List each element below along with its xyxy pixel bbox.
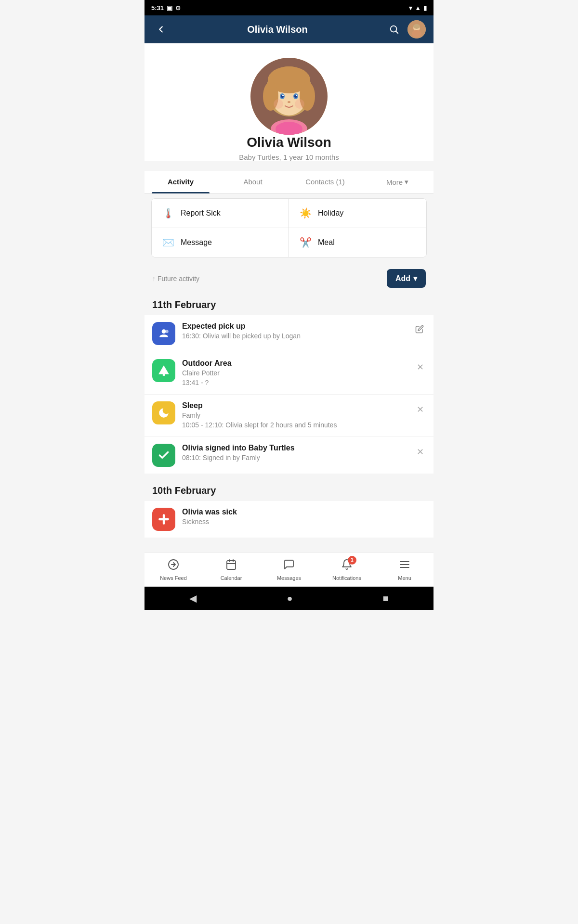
notifications-label: Notifications — [332, 575, 361, 581]
menu-label: Menu — [398, 575, 411, 581]
pickup-icon — [152, 322, 175, 345]
user-avatar[interactable] — [407, 20, 426, 38]
activity-list-11: Expected pick up 16:30: Olivia will be p… — [144, 315, 434, 474]
messages-label: Messages — [277, 575, 301, 581]
svg-point-20 — [274, 99, 283, 109]
activity-title: Outdoor Area — [182, 359, 408, 368]
calendar-label: Calendar — [221, 575, 242, 581]
android-navigation: ◀ ● ■ — [144, 587, 434, 610]
list-item: Olivia was sick Sickness — [144, 501, 434, 538]
outdoor-icon — [152, 359, 175, 382]
svg-point-17 — [282, 95, 284, 96]
sick-icon — [152, 508, 175, 531]
svg-point-6 — [413, 24, 420, 29]
data-icon: ⊙ — [175, 4, 181, 12]
list-item: Olivia signed into Baby Turtles 08:10: S… — [144, 437, 434, 474]
status-icons: ▾ ▲ ▮ — [409, 4, 427, 12]
holiday-button[interactable]: ☀️ Holiday — [289, 199, 426, 228]
meal-button[interactable]: ✂️ Meal — [289, 228, 426, 257]
tab-activity[interactable]: Activity — [144, 171, 217, 193]
list-item: Expected pick up 16:30: Olivia will be p… — [144, 315, 434, 352]
news-feed-label: News Feed — [160, 575, 187, 581]
sun-icon: ☀️ — [299, 207, 312, 219]
back-button[interactable] — [152, 21, 170, 38]
bottom-nav-news-feed[interactable]: News Feed — [144, 555, 202, 585]
list-item: Sleep Famly 10:05 - 12:10: Olivia slept … — [144, 395, 434, 437]
calendar-icon — [225, 559, 237, 573]
news-feed-icon — [168, 559, 179, 573]
future-activity-label: ↑ Future activity — [152, 275, 199, 282]
svg-rect-30 — [227, 561, 236, 569]
activity-list-10: Olivia was sick Sickness — [144, 501, 434, 538]
close-button[interactable]: ✕ — [415, 402, 426, 417]
android-back-button[interactable]: ◀ — [189, 592, 197, 604]
messages-icon — [283, 559, 295, 573]
android-recent-button[interactable]: ■ — [382, 593, 388, 604]
activity-subtitle: Sickness — [182, 517, 426, 527]
android-home-button[interactable]: ● — [287, 593, 292, 604]
activity-title: Sleep — [182, 401, 408, 410]
profile-tabs: Activity About Contacts (1) More ▾ — [144, 171, 434, 193]
close-button[interactable]: ✕ — [415, 445, 426, 459]
sleep-icon — [152, 401, 175, 424]
activity-subtitle: 16:30: Olivia will be picked up by Logan — [182, 332, 407, 341]
profile-subtitle: Baby Turtles, 1 year 10 months — [239, 153, 339, 161]
activity-title: Olivia was sick — [182, 508, 426, 516]
profile-section: Olivia Wilson Baby Turtles, 1 year 10 mo… — [144, 43, 434, 161]
svg-rect-26 — [163, 372, 165, 376]
svg-point-25 — [165, 330, 169, 333]
message-icon: ✉️ — [161, 237, 175, 248]
close-button[interactable]: ✕ — [415, 360, 426, 374]
signal-icon: ▲ — [415, 4, 421, 12]
svg-point-21 — [295, 99, 304, 109]
bottom-nav-messages[interactable]: Messages — [260, 555, 318, 585]
thermometer-icon: 🌡️ — [161, 207, 175, 219]
menu-icon — [399, 559, 410, 573]
chevron-down-icon: ▾ — [405, 178, 408, 186]
battery-icon: ▮ — [423, 4, 427, 12]
tab-more[interactable]: More ▾ — [361, 171, 434, 193]
svg-point-0 — [391, 26, 397, 32]
svg-point-19 — [288, 101, 290, 103]
chevron-down-icon: ▾ — [413, 274, 417, 283]
svg-line-1 — [396, 31, 398, 33]
add-button[interactable]: Add ▾ — [387, 269, 426, 288]
activity-section: ↑ Future activity Add ▾ 11th February Ex… — [144, 262, 434, 552]
activity-title: Expected pick up — [182, 322, 407, 331]
meal-icon: ✂️ — [299, 237, 312, 248]
top-navigation: Olivia Wilson — [144, 15, 434, 43]
activity-title: Olivia signed into Baby Turtles — [182, 444, 408, 452]
activity-header: ↑ Future activity Add ▾ — [144, 262, 434, 293]
bottom-navigation: News Feed Calendar Messages 1 — [144, 552, 434, 587]
edit-button[interactable] — [413, 323, 426, 338]
notifications-icon: 1 — [341, 559, 353, 573]
svg-point-24 — [162, 329, 166, 334]
activity-subtitle: Famly 10:05 - 12:10: Olivia slept for 2 … — [182, 411, 408, 430]
sim-icon: ▣ — [167, 4, 172, 12]
signin-icon — [152, 444, 175, 467]
page-title: Olivia Wilson — [170, 24, 385, 35]
status-bar: 5:31 ▣ ⊙ ▾ ▲ ▮ — [144, 0, 434, 15]
bottom-nav-menu[interactable]: Menu — [376, 555, 434, 585]
notification-badge: 1 — [348, 556, 356, 565]
activity-subtitle: 08:10: Signed in by Famly — [182, 453, 408, 463]
bottom-nav-notifications[interactable]: 1 Notifications — [318, 555, 376, 585]
wifi-icon: ▾ — [409, 4, 412, 12]
report-sick-button[interactable]: 🌡️ Report Sick — [152, 199, 289, 228]
search-button[interactable] — [385, 21, 403, 38]
svg-point-18 — [296, 95, 297, 96]
profile-avatar — [250, 58, 328, 135]
profile-name: Olivia Wilson — [247, 135, 331, 150]
message-button[interactable]: ✉️ Message — [152, 228, 289, 257]
list-item: Outdoor Area Claire Potter 13:41 - ? ✕ — [144, 352, 434, 395]
activity-subtitle: Claire Potter 13:41 - ? — [182, 369, 408, 387]
date-heading-10: 10th February — [144, 478, 434, 501]
action-grid: 🌡️ Report Sick ☀️ Holiday ✉️ Message ✂️ … — [151, 198, 427, 257]
tab-about[interactable]: About — [217, 171, 289, 193]
svg-point-4 — [412, 30, 421, 38]
status-time: 5:31 — [151, 4, 164, 12]
bottom-nav-calendar[interactable]: Calendar — [202, 555, 260, 585]
date-heading-11: 11th February — [144, 293, 434, 315]
tab-contacts[interactable]: Contacts (1) — [289, 171, 361, 193]
svg-rect-28 — [158, 518, 169, 520]
